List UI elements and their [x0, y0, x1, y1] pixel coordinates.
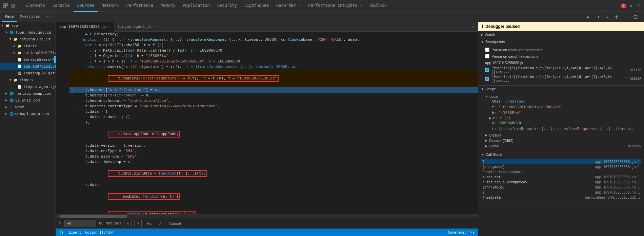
svg-rect-1 — [6, 4, 8, 5]
tree-item-top[interactable]: ▼ 📁 top — [0, 22, 56, 29]
svg-point-4 — [634, 15, 637, 19]
callstack-item-z[interactable]: z app.1697015255056.js:1 — [481, 190, 641, 195]
tree-item-nationalHallSt-sub[interactable]: ▶ 📁 nationalHallSt/ — [0, 49, 56, 56]
tree-item-loading-gif[interactable]: ▶ 🖼 loading@2x.gif — [0, 70, 56, 76]
search-cancel-btn[interactable]: Cancel — [166, 221, 183, 226]
subtab-overrides[interactable]: Overrides — [17, 12, 43, 22]
local-scope-header[interactable]: ▼ Local — [485, 94, 641, 98]
scope-item-s: s: 1699868670 — [489, 120, 641, 126]
search-next-btn[interactable]: ∨ — [134, 220, 142, 227]
breakpoint-item-2: !function(e){function t(t){for(var n,i,o… — [485, 74, 641, 83]
pause-uncaught-checkbox[interactable] — [485, 48, 489, 52]
tree-item-app-js[interactable]: ▶ 📄 app.16970152550... — [0, 63, 56, 70]
code-editor[interactable]: - = l.privateKey; - function f(t) { t = … — [56, 32, 478, 214]
callstack-item-promise[interactable]: Promise.then (async) — [481, 169, 641, 175]
code-line: - return t.headers["x-tif-signature"] = … — [56, 64, 478, 70]
breakpoints-content: Pause on uncaught exceptions Pause on ca… — [478, 45, 644, 85]
debug-step-btn[interactable]: → — [622, 13, 630, 21]
global-header[interactable]: ▶ Global Window — [485, 143, 641, 149]
breakpoints-section-header[interactable]: ▼ Breakpoints — [478, 38, 644, 45]
debug-stepinto-btn[interactable] — [603, 13, 611, 21]
tree-arrow: ▶ — [14, 44, 18, 48]
file-tab-close[interactable]: ✕ — [108, 25, 110, 29]
scope-section-header[interactable]: ▼ Scope — [478, 86, 644, 92]
search-prev-btn[interactable]: ∧ — [124, 220, 132, 227]
tab-application[interactable]: Application — [179, 0, 213, 12]
debug-resume-btn[interactable]: ▶ — [584, 13, 592, 21]
callstack-item-f[interactable]: f app.1697015255056.js:1 — [481, 159, 641, 164]
debugger-scroll[interactable]: ▶ Watch ▼ Breakpoints Pause on uncaught … — [478, 31, 644, 236]
status-position: Line 1, Column 1104064 — [69, 231, 114, 234]
tab-performance[interactable]: Performance — [123, 0, 157, 12]
debug-deactivate-btn[interactable] — [632, 13, 639, 21]
file-tab-close[interactable]: ✕ — [153, 25, 155, 29]
watch-section-header[interactable]: ▶ Watch — [478, 31, 644, 38]
folder-icon: ☁ — [9, 105, 14, 109]
tab-security[interactable]: Security — [214, 0, 240, 12]
tab-memory[interactable]: Memory — [157, 0, 179, 12]
tree-item-restapi[interactable]: ▶ 🌐 restapi.amap.com — [0, 90, 56, 97]
tree-item-ServiceSearchMod[interactable]: ▶ 📄 ServiceSearchMod — [0, 56, 56, 63]
tree-item-tinyun[interactable]: ▼ 📁 tinyun — [0, 76, 56, 83]
file-tab-tinyun[interactable]: tinyun-agent.js ✕ — [114, 22, 159, 32]
subtab-more[interactable]: >> — [43, 12, 53, 22]
callstack-item-fngetdata[interactable]: fnGetData ServiceSearchMo...015.235:1 — [481, 195, 641, 200]
svg-rect-2 — [4, 6, 5, 8]
tree-label: loading@2x.gif — [23, 71, 55, 75]
tree-item-wasm[interactable]: ▶ ☁ wasm — [0, 104, 56, 110]
debug-stepout-btn[interactable] — [613, 13, 620, 21]
breakpoint-text-2: !function(e){function t(t){for(var n,i,o… — [491, 75, 623, 83]
devtools-icon-2[interactable] — [10, 3, 16, 9]
scope-item-r: r: f (n) — [493, 116, 511, 120]
scope-content: ▼ Local this: undefined f: "169986867013… — [478, 92, 644, 151]
more-options-icon[interactable]: ⋮ — [635, 3, 641, 9]
callstack-item-anonymous-2[interactable]: (anonymous) app.1697015255056.js:1 — [481, 185, 641, 190]
subtab-page[interactable]: Page — [2, 12, 17, 22]
tab-lighthouse[interactable]: Lighthouse — [241, 0, 272, 12]
tree-item-fuwu[interactable]: ▼ 🌐 fuwu.nhsa.gov.cn — [0, 29, 56, 36]
tree-item-nationalHallSt[interactable]: ▼ 📁 nationalHallSt — [0, 36, 56, 42]
breakpoint-checkbox-2[interactable] — [485, 77, 489, 81]
settings-icon[interactable]: ⚙ — [628, 3, 634, 9]
callstack-item-anonymous-1[interactable]: (anonymous) app.1697015255056.js:1 — [481, 164, 641, 169]
tab-sources[interactable]: Sources — [74, 0, 98, 12]
folder-icon: 🌐 — [9, 92, 14, 95]
tab-performance-insights[interactable]: Performance insights ⚡ — [305, 0, 365, 12]
tab-adblock[interactable]: AdBlock — [366, 0, 390, 12]
callstack-item-srequest[interactable]: s.request app.1697015255056.js:1 — [481, 175, 641, 180]
status-file-icon: {} — [59, 231, 63, 234]
pause-caught-checkbox[interactable] — [485, 54, 489, 58]
horizontal-scrollbar[interactable] — [56, 214, 478, 218]
tree-item-tinyun-agent[interactable]: ▶ 📄 tinyun-agent.js — [0, 83, 56, 90]
search-regex-btn[interactable]: .* — [157, 220, 164, 226]
search-case-btn[interactable]: Aa — [144, 220, 154, 226]
tab-network[interactable]: Network — [98, 0, 122, 12]
global-label: Global — [489, 144, 500, 148]
callstack-item-foreach[interactable]: r.forEach.s.<computed> app.1697015255056… — [481, 180, 641, 185]
callstack-section-header[interactable]: ▼ Call Stack — [478, 151, 644, 158]
file-tab-app-js[interactable]: app.16970152550256.js ✕ — [56, 22, 114, 32]
expand-panel-btn[interactable]: ⤢ — [469, 23, 477, 31]
search-input[interactable] — [67, 221, 94, 225]
watch-label: Watch — [485, 33, 495, 37]
code-panel: app.16970152550256.js ✕ tinyun-agent.js … — [56, 22, 478, 236]
tab-console[interactable]: Console — [49, 0, 73, 12]
tab-recorder[interactable]: Recorder ⚡ — [273, 0, 304, 12]
callstack-content: f app.1697015255056.js:1 (anonymous) app… — [478, 158, 644, 202]
code-line-signdata: - t.data.signData = function(t) {...}(t)… — [56, 165, 478, 182]
tree-item-static[interactable]: ▶ 📁 static — [0, 42, 56, 49]
tab-elements[interactable]: Elements — [22, 0, 48, 12]
tree-item-cnzz[interactable]: ▶ 🌐 v1.cnzz.com — [0, 97, 56, 104]
breakpoint-checkbox-1[interactable] — [485, 68, 489, 72]
devtools-icon-1[interactable] — [3, 3, 9, 9]
code-line: - t.data. — [56, 182, 478, 188]
search-bar: AB 86 matches ∧ ∨ Aa .* Cancel — [56, 218, 478, 229]
closure-header[interactable]: ▶ Closure — [485, 132, 641, 138]
code-lines: - = l.privateKey; - function f(t) { t = … — [56, 32, 478, 214]
breakpoint-file-label: app.1697015255056.js — [485, 61, 523, 65]
debug-stepover-btn[interactable] — [594, 13, 601, 21]
expand-arrow: ▼ — [481, 40, 484, 43]
closure-7d92-header[interactable]: ▶ Closure (7d92) — [485, 138, 641, 143]
search-input-container — [64, 220, 96, 227]
tree-item-webapi[interactable]: ▶ 🌐 webapi.amap.com — [0, 110, 56, 117]
